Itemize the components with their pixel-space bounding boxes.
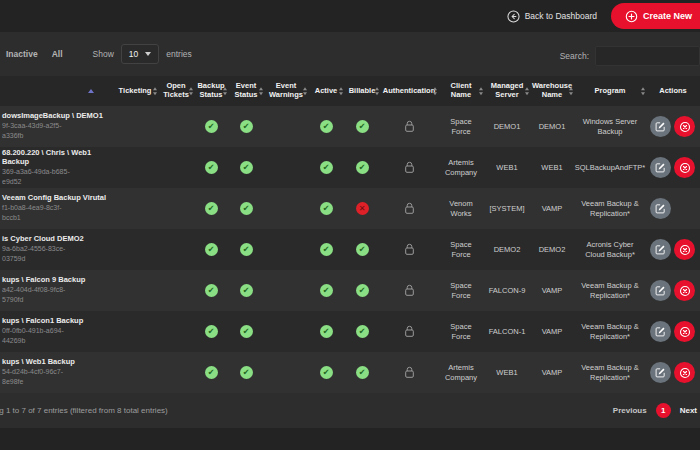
billable-cell: ✔ — [344, 311, 380, 352]
client-name-cell: Space Force — [438, 229, 484, 270]
check-icon: ✔ — [320, 325, 333, 338]
table-row: dowsImageBackup \ DEMO19f-3caa-43d9-a2f5… — [0, 106, 700, 147]
check-icon: ✔ — [205, 243, 218, 256]
column-header-label: Actions — [652, 87, 694, 96]
deactivate-button[interactable] — [674, 116, 695, 137]
check-icon: ✔ — [240, 161, 253, 174]
job-guid: f1-b0a8-4ea9-8c3f- — [2, 203, 62, 213]
client-name-cell: Space Force — [438, 311, 484, 352]
event-status-cell: ✔ — [228, 147, 264, 188]
column-header-open-tickets[interactable]: Open Tickets — [158, 76, 194, 106]
page-size-value: 10 — [129, 49, 138, 59]
check-icon: ✔ — [205, 202, 218, 215]
column-header-name[interactable] — [0, 76, 112, 106]
backup-status-cell: ✔ — [194, 106, 228, 147]
job-guid: 03759d — [2, 254, 25, 264]
event-warnings-cell — [264, 106, 308, 147]
deactivate-button[interactable] — [674, 239, 695, 260]
next-page-button[interactable]: Next — [680, 406, 697, 415]
lock-icon — [404, 366, 415, 379]
column-header-event-warnings[interactable]: Event Warnings — [264, 76, 308, 106]
actions-cell — [646, 188, 700, 229]
job-guid: 9a-6ba2-4556-83ce- — [2, 244, 65, 254]
actions-cell — [646, 106, 700, 147]
column-header-client-name[interactable]: Client Name — [438, 76, 484, 106]
lock-icon — [404, 161, 415, 174]
billable-cell: ✔ — [344, 229, 380, 270]
check-icon: ✔ — [205, 120, 218, 133]
column-header-authentication[interactable]: Authentication — [380, 76, 438, 106]
deactivate-button[interactable] — [674, 157, 695, 178]
event-warnings-cell — [264, 188, 308, 229]
authentication-cell — [380, 229, 438, 270]
back-to-dashboard-link[interactable]: Back to Dashboard — [507, 10, 597, 23]
column-header-managed-server[interactable]: Managed Server — [484, 76, 530, 106]
previous-page-button[interactable]: Previous — [613, 406, 647, 415]
deactivate-button[interactable] — [674, 362, 695, 383]
actions-cell — [646, 352, 700, 393]
job-name-cell: dowsImageBackup \ DEMO19f-3caa-43d9-a2f5… — [0, 106, 112, 147]
billable-cell: ✔ — [344, 106, 380, 147]
sort-icon — [303, 87, 307, 95]
event-warnings-cell — [264, 270, 308, 311]
table-row: kups \ Falcon1 Backup0ff-0fb0-491b-a694-… — [0, 311, 700, 352]
program-cell: Veeam Backup & Replication* — [574, 188, 646, 229]
job-name-cell: kups \ Web1 Backup54-d24b-4cf0-96c7-8e98… — [0, 352, 112, 393]
page-size-select[interactable]: 10 — [121, 44, 159, 64]
column-header-actions[interactable]: Actions — [646, 76, 700, 106]
filter-inactive[interactable]: Inactive — [6, 49, 38, 59]
edit-button[interactable] — [650, 198, 671, 219]
circle-x-icon — [679, 244, 691, 256]
edit-button[interactable] — [650, 362, 671, 383]
sort-icon — [433, 87, 437, 95]
job-name: dowsImageBackup \ DEMO1 — [2, 111, 103, 121]
column-header-ticketing[interactable]: Ticketing — [112, 76, 158, 106]
column-header-warehouse-name[interactable]: Warehouse Name — [530, 76, 574, 106]
job-name: kups \ Web1 Backup — [2, 357, 75, 367]
billable-cell: ✔ — [344, 270, 380, 311]
sort-icon — [223, 87, 227, 95]
client-name-cell: Space Force — [438, 270, 484, 311]
managed-server-cell: FALCON-1 — [484, 311, 530, 352]
managed-server-cell: [SYSTEM] — [484, 188, 530, 229]
program-cell: Windows Server Backup — [574, 106, 646, 147]
active-cell: ✔ — [308, 229, 344, 270]
table-header-row: TicketingOpen TicketsBackup StatusEvent … — [0, 76, 700, 106]
column-header-label: Program — [588, 87, 633, 96]
deactivate-button[interactable] — [674, 280, 695, 301]
active-cell: ✔ — [308, 311, 344, 352]
deactivate-button[interactable] — [674, 321, 695, 342]
column-header-label: Ticketing — [112, 87, 159, 96]
check-icon: ✔ — [320, 161, 333, 174]
column-header-billable[interactable]: Billable — [344, 76, 380, 106]
ticketing-cell — [112, 270, 158, 311]
column-header-active[interactable]: Active — [308, 76, 344, 106]
column-header-event-status[interactable]: Event Status — [228, 76, 264, 106]
check-icon: ✔ — [320, 366, 333, 379]
check-icon: ✔ — [240, 284, 253, 297]
edit-button[interactable] — [650, 157, 671, 178]
edit-button[interactable] — [650, 239, 671, 260]
authentication-cell — [380, 147, 438, 188]
actions-cell — [646, 311, 700, 352]
lock-icon — [404, 284, 415, 297]
managed-server-cell: WEB1 — [484, 352, 530, 393]
backup-status-cell: ✔ — [194, 352, 228, 393]
warehouse-name-cell: VAMP — [530, 311, 574, 352]
edit-button[interactable] — [650, 116, 671, 137]
create-new-button[interactable]: Create New — [611, 3, 700, 29]
ticketing-cell — [112, 352, 158, 393]
job-name-cell: Veeam Config Backup Virutalf1-b0a8-4ea9-… — [0, 188, 112, 229]
entries-label: entries — [166, 49, 192, 59]
column-header-backup-status[interactable]: Backup Status — [194, 76, 228, 106]
lock-icon — [404, 325, 415, 338]
edit-button[interactable] — [650, 321, 671, 342]
event-warnings-cell — [264, 311, 308, 352]
check-icon: ✔ — [320, 120, 333, 133]
open-tickets-cell — [158, 147, 194, 188]
filter-all[interactable]: All — [52, 49, 63, 59]
edit-button[interactable] — [650, 280, 671, 301]
column-header-program[interactable]: Program — [574, 76, 646, 106]
page-number-button[interactable]: 1 — [656, 403, 671, 418]
search-input[interactable] — [595, 46, 700, 66]
